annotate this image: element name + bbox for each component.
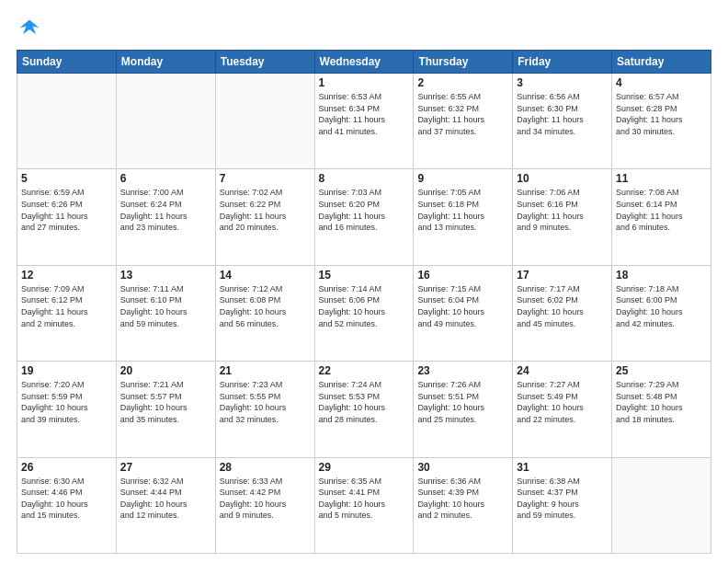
calendar-cell: 4Sunrise: 6:57 AM Sunset: 6:28 PM Daylig…: [612, 74, 711, 169]
day-number: 3: [517, 76, 608, 89]
calendar-week-row: 19Sunrise: 7:20 AM Sunset: 5:59 PM Dayli…: [17, 362, 711, 457]
calendar-cell: 24Sunrise: 7:27 AM Sunset: 5:49 PM Dayli…: [513, 362, 612, 457]
header: [17, 17, 711, 42]
day-number: 5: [21, 172, 112, 185]
calendar-header-row: SundayMondayTuesdayWednesdayThursdayFrid…: [17, 51, 711, 74]
day-number: 10: [517, 172, 608, 185]
calendar-cell: [612, 457, 711, 553]
cell-info: Sunrise: 7:06 AM Sunset: 6:16 PM Dayligh…: [517, 187, 608, 233]
calendar-cell: 9Sunrise: 7:05 AM Sunset: 6:18 PM Daylig…: [414, 169, 513, 265]
cell-info: Sunrise: 7:02 AM Sunset: 6:22 PM Dayligh…: [220, 187, 311, 233]
cell-info: Sunrise: 7:03 AM Sunset: 6:20 PM Dayligh…: [319, 187, 410, 233]
day-of-week-header: Monday: [116, 51, 215, 74]
cell-info: Sunrise: 7:08 AM Sunset: 6:14 PM Dayligh…: [616, 187, 707, 233]
calendar-cell: 10Sunrise: 7:06 AM Sunset: 6:16 PM Dayli…: [513, 169, 612, 265]
calendar-cell: 23Sunrise: 7:26 AM Sunset: 5:51 PM Dayli…: [414, 362, 513, 457]
day-of-week-header: Sunday: [17, 51, 117, 74]
day-number: 2: [417, 76, 508, 89]
calendar-cell: 27Sunrise: 6:32 AM Sunset: 4:44 PM Dayli…: [116, 457, 215, 553]
calendar-cell: 20Sunrise: 7:21 AM Sunset: 5:57 PM Dayli…: [116, 362, 215, 457]
calendar-cell: 31Sunrise: 6:38 AM Sunset: 4:37 PM Dayli…: [513, 457, 612, 553]
calendar-cell: 14Sunrise: 7:12 AM Sunset: 6:08 PM Dayli…: [215, 265, 314, 361]
cell-info: Sunrise: 7:18 AM Sunset: 6:00 PM Dayligh…: [616, 283, 707, 329]
day-of-week-header: Friday: [513, 51, 612, 74]
day-number: 30: [417, 461, 508, 474]
cell-info: Sunrise: 7:24 AM Sunset: 5:53 PM Dayligh…: [319, 379, 410, 425]
day-number: 23: [417, 364, 508, 377]
day-number: 27: [120, 461, 211, 474]
day-number: 8: [319, 172, 410, 185]
calendar-cell: 5Sunrise: 6:59 AM Sunset: 6:26 PM Daylig…: [17, 169, 117, 265]
calendar-table: SundayMondayTuesdayWednesdayThursdayFrid…: [17, 50, 711, 554]
day-number: 20: [120, 364, 211, 377]
calendar-cell: 18Sunrise: 7:18 AM Sunset: 6:00 PM Dayli…: [612, 265, 711, 361]
day-number: 11: [616, 172, 707, 185]
cell-info: Sunrise: 6:32 AM Sunset: 4:44 PM Dayligh…: [120, 476, 211, 522]
day-of-week-header: Wednesday: [314, 51, 414, 74]
cell-info: Sunrise: 6:33 AM Sunset: 4:42 PM Dayligh…: [220, 476, 311, 522]
logo-icon: [17, 17, 42, 42]
calendar-cell: 25Sunrise: 7:29 AM Sunset: 5:48 PM Dayli…: [612, 362, 711, 457]
calendar-week-row: 1Sunrise: 6:53 AM Sunset: 6:34 PM Daylig…: [17, 74, 711, 169]
cell-info: Sunrise: 7:23 AM Sunset: 5:55 PM Dayligh…: [220, 379, 311, 425]
logo: [17, 17, 46, 42]
cell-info: Sunrise: 7:20 AM Sunset: 5:59 PM Dayligh…: [21, 379, 112, 425]
day-number: 31: [517, 461, 608, 474]
cell-info: Sunrise: 7:27 AM Sunset: 5:49 PM Dayligh…: [517, 379, 608, 425]
day-number: 18: [616, 269, 707, 282]
day-of-week-header: Saturday: [612, 51, 711, 74]
cell-info: Sunrise: 7:11 AM Sunset: 6:10 PM Dayligh…: [120, 283, 211, 329]
cell-info: Sunrise: 6:53 AM Sunset: 6:34 PM Dayligh…: [319, 91, 410, 137]
day-number: 28: [220, 461, 311, 474]
calendar-cell: 17Sunrise: 7:17 AM Sunset: 6:02 PM Dayli…: [513, 265, 612, 361]
day-number: 9: [417, 172, 508, 185]
calendar-week-row: 12Sunrise: 7:09 AM Sunset: 6:12 PM Dayli…: [17, 265, 711, 361]
day-number: 7: [220, 172, 311, 185]
day-number: 15: [319, 269, 410, 282]
day-number: 22: [319, 364, 410, 377]
day-number: 6: [120, 172, 211, 185]
calendar-cell: 26Sunrise: 6:30 AM Sunset: 4:46 PM Dayli…: [17, 457, 117, 553]
calendar-cell: 28Sunrise: 6:33 AM Sunset: 4:42 PM Dayli…: [215, 457, 314, 553]
calendar-cell: [215, 74, 314, 169]
cell-info: Sunrise: 7:17 AM Sunset: 6:02 PM Dayligh…: [517, 283, 608, 329]
day-of-week-header: Thursday: [414, 51, 513, 74]
cell-info: Sunrise: 7:21 AM Sunset: 5:57 PM Dayligh…: [120, 379, 211, 425]
cell-info: Sunrise: 7:00 AM Sunset: 6:24 PM Dayligh…: [120, 187, 211, 233]
calendar-cell: 6Sunrise: 7:00 AM Sunset: 6:24 PM Daylig…: [116, 169, 215, 265]
day-number: 12: [21, 269, 112, 282]
calendar-week-row: 26Sunrise: 6:30 AM Sunset: 4:46 PM Dayli…: [17, 457, 711, 553]
cell-info: Sunrise: 7:05 AM Sunset: 6:18 PM Dayligh…: [417, 187, 508, 233]
calendar-cell: 1Sunrise: 6:53 AM Sunset: 6:34 PM Daylig…: [314, 74, 414, 169]
calendar-cell: 3Sunrise: 6:56 AM Sunset: 6:30 PM Daylig…: [513, 74, 612, 169]
calendar-cell: 7Sunrise: 7:02 AM Sunset: 6:22 PM Daylig…: [215, 169, 314, 265]
calendar-week-row: 5Sunrise: 6:59 AM Sunset: 6:26 PM Daylig…: [17, 169, 711, 265]
day-number: 13: [120, 269, 211, 282]
cell-info: Sunrise: 7:12 AM Sunset: 6:08 PM Dayligh…: [220, 283, 311, 329]
day-number: 17: [517, 269, 608, 282]
cell-info: Sunrise: 6:38 AM Sunset: 4:37 PM Dayligh…: [517, 476, 608, 522]
calendar-cell: 8Sunrise: 7:03 AM Sunset: 6:20 PM Daylig…: [314, 169, 414, 265]
calendar-cell: 29Sunrise: 6:35 AM Sunset: 4:41 PM Dayli…: [314, 457, 414, 553]
day-number: 4: [616, 76, 707, 89]
day-of-week-header: Tuesday: [215, 51, 314, 74]
day-number: 14: [220, 269, 311, 282]
cell-info: Sunrise: 6:35 AM Sunset: 4:41 PM Dayligh…: [319, 476, 410, 522]
calendar-cell: 22Sunrise: 7:24 AM Sunset: 5:53 PM Dayli…: [314, 362, 414, 457]
day-number: 16: [417, 269, 508, 282]
calendar-cell: [116, 74, 215, 169]
cell-info: Sunrise: 7:29 AM Sunset: 5:48 PM Dayligh…: [616, 379, 707, 425]
cell-info: Sunrise: 6:56 AM Sunset: 6:30 PM Dayligh…: [517, 91, 608, 137]
day-number: 19: [21, 364, 112, 377]
cell-info: Sunrise: 7:15 AM Sunset: 6:04 PM Dayligh…: [417, 283, 508, 329]
cell-info: Sunrise: 6:59 AM Sunset: 6:26 PM Dayligh…: [21, 187, 112, 233]
cell-info: Sunrise: 6:30 AM Sunset: 4:46 PM Dayligh…: [21, 476, 112, 522]
day-number: 29: [319, 461, 410, 474]
calendar-cell: 19Sunrise: 7:20 AM Sunset: 5:59 PM Dayli…: [17, 362, 117, 457]
calendar-cell: 16Sunrise: 7:15 AM Sunset: 6:04 PM Dayli…: [414, 265, 513, 361]
calendar-cell: [17, 74, 117, 169]
day-number: 25: [616, 364, 707, 377]
calendar-cell: 13Sunrise: 7:11 AM Sunset: 6:10 PM Dayli…: [116, 265, 215, 361]
cell-info: Sunrise: 6:36 AM Sunset: 4:39 PM Dayligh…: [417, 476, 508, 522]
calendar-cell: 30Sunrise: 6:36 AM Sunset: 4:39 PM Dayli…: [414, 457, 513, 553]
